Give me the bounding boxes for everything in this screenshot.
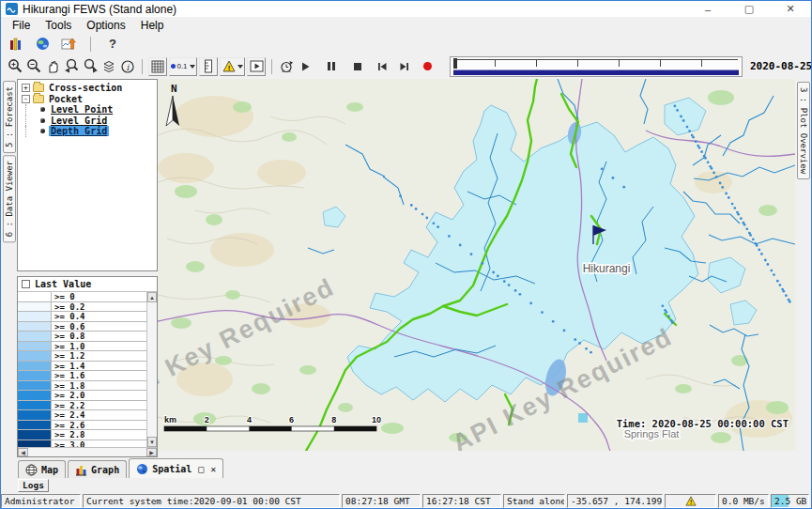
svg-text:4: 4 <box>247 415 252 424</box>
tree-item-level-grid[interactable]: Level Grid <box>21 116 157 127</box>
ruler-button[interactable] <box>199 57 218 76</box>
legend-label: >= 0.8 <box>52 332 146 341</box>
scroll-left-icon[interactable]: ◀ <box>18 448 28 456</box>
legend-label: >= 0.4 <box>52 312 146 321</box>
tab-spatial-label: Spatial <box>152 464 192 474</box>
time-slider[interactable] <box>450 56 743 77</box>
time-slider-thumb[interactable] <box>453 58 457 69</box>
legend-label: >= 1.0 <box>52 342 146 351</box>
zoom-out-icon[interactable] <box>24 57 43 76</box>
legend-vertical-scrollbar[interactable]: ▲ ▼ <box>146 292 157 447</box>
step-forward-button[interactable] <box>395 57 414 76</box>
legend-row[interactable]: >= 1.2 <box>18 351 146 362</box>
logs-button[interactable]: Logs <box>18 479 49 492</box>
grid-display-button[interactable] <box>148 57 167 76</box>
scroll-down-icon[interactable]: ▼ <box>147 437 157 447</box>
legend-row[interactable]: >= 1.8 <box>18 381 146 392</box>
menu-options[interactable]: Options <box>79 18 132 33</box>
legend-row[interactable]: >= 2.8 <box>18 430 146 440</box>
scroll-up-icon[interactable]: ▲ <box>147 292 157 302</box>
tree-item-depth-grid[interactable]: Depth Grid <box>21 126 157 137</box>
tab-close-icon[interactable]: ✕ <box>210 464 216 474</box>
play-button[interactable] <box>296 57 314 76</box>
tree-item-pocket[interactable]: -Pocket <box>21 94 157 105</box>
database-icon[interactable] <box>7 35 25 54</box>
tree-item-cross-section[interactable]: +Cross-section <box>21 83 157 94</box>
legend-color-swatch <box>18 410 52 420</box>
legend-color-swatch <box>18 322 52 332</box>
menu-help[interactable]: Help <box>133 18 172 33</box>
time-loop-icon[interactable] <box>277 57 296 76</box>
time-slider-track <box>454 59 738 68</box>
record-button[interactable] <box>418 57 437 76</box>
tree-toggle-icon[interactable]: + <box>22 84 30 92</box>
classbreak-interval-button[interactable]: 0.1 <box>169 57 197 76</box>
legend-row[interactable]: >= 1.4 <box>18 362 146 372</box>
chart-export-icon[interactable] <box>59 35 78 54</box>
interval-dot-icon <box>171 64 176 69</box>
interval-value: 0.1 <box>176 62 187 70</box>
toolbar-separator <box>271 59 272 74</box>
legend-color-swatch <box>18 292 52 301</box>
map-time-label: Time: 2020-08-25 00:00:00 CST <box>617 418 789 429</box>
status-memory: 2.5 GB <box>771 494 809 508</box>
map-canvas[interactable]: API Key Required API Key Required Hikura… <box>158 79 795 451</box>
menu-tools[interactable]: Tools <box>38 18 79 33</box>
help-button[interactable]: ? <box>103 35 122 54</box>
tab-spatial[interactable]: Spatial □ ✕ <box>129 458 223 478</box>
status-warning-cell[interactable]: ! <box>665 494 716 508</box>
legend-row[interactable]: >= 1.0 <box>18 342 146 352</box>
tab-graph[interactable]: Graph <box>68 460 127 478</box>
legend-color-swatch <box>18 371 52 380</box>
scroll-right-icon[interactable]: ▶ <box>146 448 157 456</box>
legend-row[interactable]: >= 0 <box>18 292 146 302</box>
svg-text:!: ! <box>227 64 230 72</box>
legend-color-swatch <box>18 351 52 361</box>
tree-view: +Cross-section-PocketLevel PointLevel Gr… <box>17 79 158 271</box>
tab-graph-label: Graph <box>91 465 119 475</box>
left-panel: +Cross-section-PocketLevel PointLevel Gr… <box>17 79 158 457</box>
tab-plot-overview[interactable]: 3 : Plot Overview <box>797 82 810 179</box>
record-icon <box>423 62 432 70</box>
svg-text:i: i <box>127 62 130 71</box>
legend-row[interactable]: >= 1.6 <box>18 371 146 381</box>
legend-row[interactable]: >= 0.8 <box>18 332 146 342</box>
legend-row[interactable]: >= 2.6 <box>18 421 146 431</box>
legend-row[interactable]: >= 0.6 <box>18 322 146 332</box>
tab-map[interactable]: Map <box>18 460 66 478</box>
tree-item-label: Cross-section <box>47 83 124 93</box>
menu-file[interactable]: File <box>5 18 38 33</box>
app-logo-icon <box>6 3 18 15</box>
folder-icon <box>33 95 44 103</box>
last-value-checkbox[interactable] <box>22 280 30 288</box>
zoom-in-icon[interactable] <box>6 57 24 76</box>
step-back-button[interactable] <box>373 57 391 76</box>
pan-hand-icon[interactable] <box>43 57 62 76</box>
legend-row[interactable]: >= 0.4 <box>18 312 146 322</box>
layers-icon[interactable] <box>100 57 118 76</box>
minimize-button[interactable]: – <box>687 1 728 17</box>
pause-button[interactable] <box>322 57 341 76</box>
stop-button[interactable] <box>348 57 367 76</box>
map-viewport[interactable]: API Key Required API Key Required Hikura… <box>158 79 795 457</box>
info-icon[interactable]: i <box>118 57 137 76</box>
warnings-button[interactable]: ! <box>220 57 245 76</box>
zoom-next-icon[interactable] <box>81 57 100 76</box>
tree-item-level-point[interactable]: Level Point <box>21 104 157 116</box>
close-button[interactable]: ✕ <box>770 1 811 17</box>
tab-restore-icon[interactable]: □ <box>198 464 204 474</box>
legend-row[interactable]: >= 3.0 <box>18 440 146 448</box>
zoom-previous-icon[interactable] <box>62 57 81 76</box>
legend-row[interactable]: >= 2.0 <box>18 391 146 401</box>
legend-row[interactable]: >= 0.2 <box>18 302 146 313</box>
legend-row[interactable]: >= 2.4 <box>18 410 146 421</box>
animation-window-button[interactable] <box>247 57 266 76</box>
tab-forecast[interactable]: 5 : Forecast <box>3 81 16 153</box>
maximize-button[interactable]: ▢ <box>728 1 770 17</box>
legend-row[interactable]: >= 2.2 <box>18 401 146 411</box>
tree-toggle-icon[interactable]: - <box>22 95 30 103</box>
globe-explorer-icon[interactable] <box>33 35 52 54</box>
tab-data-viewer[interactable]: 6 : Data Viewer <box>3 155 16 242</box>
legend-color-swatch <box>18 401 52 410</box>
legend-horizontal-scrollbar[interactable]: ◀ ▶ <box>18 447 157 456</box>
